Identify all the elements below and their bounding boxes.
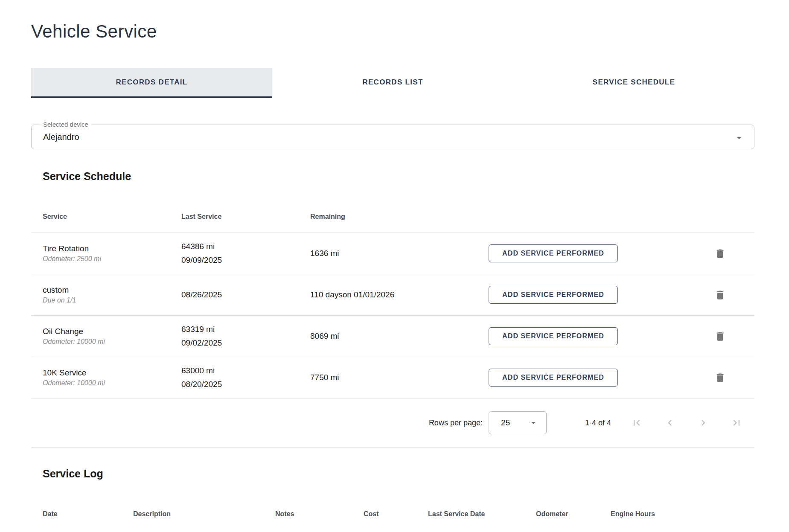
tab-records-list[interactable]: RECORDS LIST — [272, 68, 513, 98]
column-header-remaining: Remaining — [310, 213, 489, 221]
service-detail: Odometer: 10000 mi — [43, 338, 181, 346]
service-detail: Odometer: 10000 mi — [43, 379, 181, 387]
delete-service-button[interactable] — [713, 288, 727, 302]
column-header-service: Service — [31, 213, 181, 221]
tab-records-detail[interactable]: RECORDS DETAIL — [31, 68, 272, 98]
service-schedule-row: Tire Rotation Odometer: 2500 mi 64386 mi… — [31, 233, 754, 274]
service-name: 10K Service — [43, 368, 181, 378]
add-service-performed-button[interactable]: ADD SERVICE PERFORMED — [489, 327, 618, 345]
last-service-miles: 63000 mi — [181, 364, 310, 378]
last-service-miles: 64386 mi — [181, 240, 310, 253]
chevron-left-icon — [664, 417, 676, 429]
last-service-date: 08/20/2025 — [181, 378, 310, 391]
selected-device-value: Alejandro — [43, 132, 79, 142]
last-service-cell: 63319 mi 09/02/2025 — [181, 323, 310, 350]
rows-per-page-label: Rows per page: — [429, 419, 483, 427]
last-service-date: 09/02/2025 — [181, 336, 310, 350]
column-header-engine-hours: Engine Hours — [611, 510, 754, 518]
tab-service-schedule[interactable]: SERVICE SCHEDULE — [513, 68, 754, 98]
service-name: Tire Rotation — [43, 244, 181, 253]
column-header-last-service-date: Last Service Date — [428, 510, 536, 518]
service-detail: Odometer: 2500 mi — [43, 255, 181, 263]
last-service-cell: 64386 mi 09/09/2025 — [181, 240, 310, 267]
last-page-icon — [731, 417, 742, 429]
dropdown-arrow-icon — [734, 132, 745, 143]
delete-service-button[interactable] — [713, 330, 727, 343]
trash-icon — [714, 248, 726, 259]
rows-per-page-value: 25 — [501, 418, 510, 427]
service-schedule-row: 10K Service Odometer: 10000 mi 63000 mi … — [31, 357, 754, 398]
service-schedule-row: Oil Change Odometer: 10000 mi 63319 mi 0… — [31, 316, 754, 357]
first-page-icon — [631, 417, 643, 429]
delete-service-button[interactable] — [713, 247, 727, 260]
column-header-last-service: Last Service — [181, 213, 310, 221]
chevron-right-icon — [697, 417, 709, 429]
delete-service-button[interactable] — [713, 371, 727, 384]
previous-page-button[interactable] — [663, 416, 677, 430]
last-page-button[interactable] — [730, 416, 743, 430]
trash-icon — [714, 331, 726, 342]
selected-device-label: Selected device — [40, 121, 91, 128]
service-name: custom — [43, 285, 181, 295]
column-header-notes: Notes — [275, 510, 364, 518]
column-header-odometer: Odometer — [536, 510, 611, 518]
remaining-cell: 8069 mi — [310, 331, 489, 341]
pagination-range: 1-4 of 4 — [585, 419, 611, 427]
add-service-performed-button[interactable]: ADD SERVICE PERFORMED — [489, 244, 618, 262]
column-header-description: Description — [133, 510, 275, 518]
first-page-button[interactable] — [630, 416, 643, 430]
last-service-date: 08/26/2025 — [181, 288, 310, 302]
vehicle-service-page: Vehicle Service RECORDS DETAIL RECORDS L… — [31, 0, 754, 532]
column-header-date: Date — [31, 510, 133, 518]
pagination-bar: Rows per page: 25 1-4 of 4 — [31, 398, 754, 448]
service-schedule-heading: Service Schedule — [43, 170, 754, 183]
remaining-cell: 7750 mi — [310, 373, 489, 382]
add-service-performed-button[interactable]: ADD SERVICE PERFORMED — [489, 286, 618, 304]
last-service-miles: 63319 mi — [181, 323, 310, 336]
trash-icon — [714, 372, 726, 384]
rows-per-page-select[interactable]: 25 — [489, 411, 547, 434]
tab-bar: RECORDS DETAIL RECORDS LIST SERVICE SCHE… — [31, 68, 754, 98]
trash-icon — [714, 289, 726, 301]
selected-device-select[interactable]: Selected device Alejandro — [31, 125, 754, 149]
service-schedule-header-row: Service Last Service Remaining — [31, 183, 754, 233]
column-header-cost: Cost — [364, 510, 428, 518]
remaining-cell: 110 dayson 01/01/2026 — [310, 290, 489, 299]
last-service-cell: 63000 mi 08/20/2025 — [181, 364, 310, 391]
service-log-header-row: Date Description Notes Cost Last Service… — [31, 480, 754, 532]
remaining-cell: 1636 mi — [310, 249, 489, 258]
service-log-heading: Service Log — [43, 467, 754, 480]
service-detail: Due on 1/1 — [43, 297, 181, 304]
page-title: Vehicle Service — [31, 18, 754, 45]
add-service-performed-button[interactable]: ADD SERVICE PERFORMED — [489, 369, 618, 387]
last-service-cell: 08/26/2025 — [181, 288, 310, 302]
next-page-button[interactable] — [696, 416, 710, 430]
chevron-down-icon — [528, 418, 539, 428]
last-service-date: 09/09/2025 — [181, 253, 310, 267]
service-schedule-row: custom Due on 1/1 08/26/2025 110 dayson … — [31, 274, 754, 316]
service-name: Oil Change — [43, 327, 181, 336]
